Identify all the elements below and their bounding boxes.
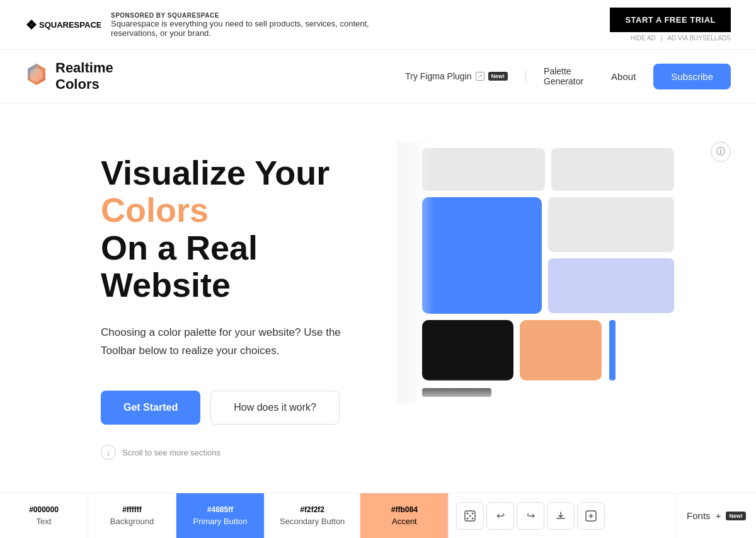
ad-meta: SPONSORED BY SQUARESPACE Squarespace is … bbox=[111, 12, 413, 38]
preview-orange-block bbox=[520, 320, 602, 381]
preview-row2 bbox=[422, 197, 674, 314]
how-it-works-button[interactable]: How does it work? bbox=[210, 391, 340, 425]
get-started-button[interactable]: Get Started bbox=[101, 391, 200, 425]
hero-left: Visualize Your Colors On a Real Website … bbox=[101, 142, 378, 460]
svg-point-2 bbox=[467, 512, 469, 514]
nav-about-link[interactable]: About bbox=[598, 66, 648, 87]
toolbar-share-button[interactable] bbox=[577, 502, 605, 530]
preview-right-col bbox=[548, 197, 674, 314]
ad-logo: SQUARESPACE bbox=[25, 15, 101, 34]
nav-palette-generator-link[interactable]: Palette Generator bbox=[534, 61, 593, 91]
preview-row3 bbox=[422, 320, 674, 397]
preview-lavender-block bbox=[548, 258, 674, 313]
nav-divider bbox=[525, 70, 526, 83]
ad-sponsored-text: SPONSORED BY SQUARESPACE bbox=[111, 12, 413, 19]
scroll-hint: ↓ Scroll to see more sections bbox=[101, 445, 378, 460]
toolbar-dice-button[interactable] bbox=[456, 502, 484, 530]
preview-accent-stripe bbox=[609, 320, 616, 381]
ad-description-text: Squarespace is everything you need to se… bbox=[111, 19, 413, 38]
toolbar-secondary-color[interactable]: #f2f2f2 Secondary Button bbox=[265, 493, 360, 538]
svg-point-6 bbox=[469, 515, 471, 517]
toolbar-primary-color[interactable]: #4685ff Primary Button bbox=[176, 493, 265, 538]
color-preview bbox=[416, 142, 680, 403]
preview-blue-block bbox=[422, 197, 542, 314]
toolbar-background-color[interactable]: #ffffff Background bbox=[88, 493, 176, 538]
svg-point-4 bbox=[467, 517, 469, 519]
nav-subscribe-button[interactable]: Subscribe bbox=[653, 64, 731, 89]
fonts-badge: New! bbox=[726, 512, 746, 520]
toolbar-redo-button[interactable]: ↪ bbox=[517, 502, 544, 530]
squarespace-svg: SQUARESPACE bbox=[25, 16, 101, 33]
ad-right: START A FREE TRIAL HIDE AD | AD VIA BUYS… bbox=[610, 8, 731, 42]
preview-black-block bbox=[422, 320, 513, 381]
svg-text:SQUARESPACE: SQUARESPACE bbox=[39, 20, 101, 30]
hero-title: Visualize Your Colors On a Real Website bbox=[101, 154, 378, 304]
ad-cta-button[interactable]: START A FREE TRIAL bbox=[610, 8, 731, 32]
hero-description: Choosing a color palette for your websit… bbox=[101, 324, 378, 360]
scroll-icon: ↓ bbox=[101, 445, 116, 460]
preview-row1 bbox=[422, 148, 674, 191]
toolbar-accent-color[interactable]: #ffb084 Accent bbox=[360, 493, 449, 538]
bottom-toolbar: #000000 Text #ffffff Background #4685ff … bbox=[0, 493, 756, 538]
ad-links: HIDE AD | AD VIA BUYSELLADS bbox=[631, 35, 731, 42]
toolbar-download-button[interactable] bbox=[547, 502, 575, 530]
nav-links: Try Figma Plugin ↗ New! Palette Generato… bbox=[395, 61, 731, 91]
preview-gray-block-2 bbox=[551, 148, 674, 191]
hero-buttons: Get Started How does it work? bbox=[101, 391, 378, 425]
ad-via-link[interactable]: AD VIA BUYSELLADS bbox=[667, 35, 731, 42]
preview-bottom-bar bbox=[422, 388, 491, 397]
ad-left: SQUARESPACE SPONSORED BY SQUARESPACE Squ… bbox=[25, 12, 413, 38]
main-nav: Realtime Colors Try Figma Plugin ↗ New! … bbox=[0, 50, 756, 104]
svg-point-3 bbox=[472, 512, 474, 514]
brand-logo-icon bbox=[25, 62, 48, 90]
toolbar-undo-button[interactable]: ↩ bbox=[486, 502, 514, 530]
nav-brand[interactable]: Realtime Colors bbox=[25, 60, 113, 93]
preview-gray-mid-right bbox=[548, 197, 674, 252]
toolbar-actions: ↩ ↪ bbox=[449, 493, 676, 538]
preview-gray-block-1 bbox=[422, 148, 545, 191]
nav-figma-plugin-link[interactable]: Try Figma Plugin ↗ New! bbox=[395, 66, 518, 86]
toolbar-text-color[interactable]: #000000 Text bbox=[0, 493, 88, 538]
svg-point-5 bbox=[472, 517, 474, 519]
toolbar-fonts[interactable]: Fonts + New! bbox=[676, 493, 756, 538]
brand-name-text: Realtime Colors bbox=[55, 60, 113, 93]
external-link-icon: ↗ bbox=[476, 72, 484, 81]
ad-banner: SQUARESPACE SPONSORED BY SQUARESPACE Squ… bbox=[0, 0, 756, 50]
main-content: ⓘ Visualize Your Colors On a Real Websit… bbox=[0, 104, 756, 498]
squarespace-logo-icon: SQUARESPACE bbox=[25, 15, 101, 34]
info-button[interactable]: ⓘ bbox=[711, 142, 731, 162]
hide-ad-link[interactable]: HIDE AD bbox=[631, 35, 656, 42]
